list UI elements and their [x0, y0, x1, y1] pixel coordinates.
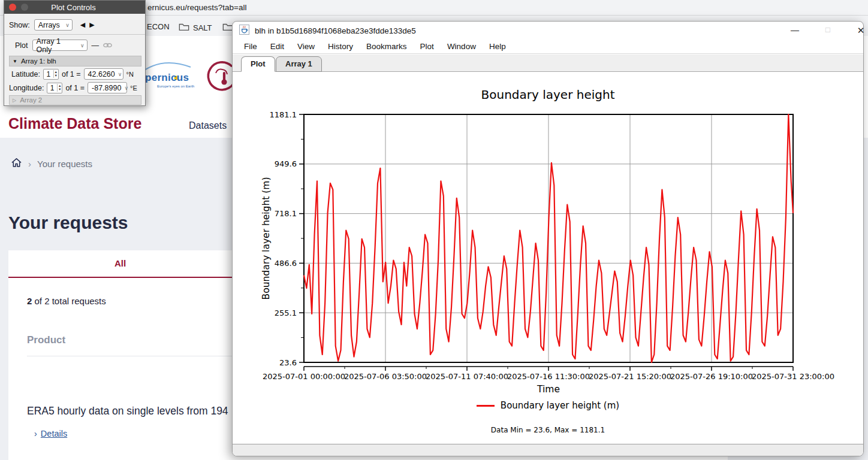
copernicus-tagline: Europe's eyes on Earth: [157, 84, 194, 88]
bookmark-econ-label: ECON: [147, 22, 170, 31]
nav-item-datasets[interactable]: Datasets: [189, 120, 227, 131]
dash-separator: —: [92, 41, 100, 50]
plot-panel: Boundary layer height Boundary layer hei…: [233, 72, 863, 445]
page-title: Your requests: [8, 213, 128, 233]
menu-view[interactable]: View: [291, 42, 321, 51]
plot-window: blh in b1b5d16894f1068eba23e3fdde133de5 …: [232, 21, 864, 456]
svg-text:2025-07-21 15:20:00: 2025-07-21 15:20:00: [589, 372, 671, 381]
menu-history[interactable]: History: [321, 42, 360, 51]
menu-window[interactable]: Window: [441, 42, 483, 51]
svg-text:2025-07-01 00:00:00: 2025-07-01 00:00:00: [263, 372, 345, 381]
plot-window-statusbar: [233, 444, 863, 456]
menu-help[interactable]: Help: [483, 42, 513, 51]
latitude-index: 1: [44, 70, 53, 78]
tab-plot[interactable]: Plot: [241, 56, 275, 72]
svg-text:486.6: 486.6: [275, 259, 297, 268]
tab-all[interactable]: All: [8, 258, 232, 268]
array1-section-header[interactable]: ▼ Array 1: blh: [9, 56, 141, 66]
copernicus-name: pernicus: [145, 72, 189, 84]
longitude-unit: °E: [130, 84, 137, 92]
stepper-arrows-icon[interactable]: ▲▼: [57, 84, 62, 92]
breadcrumb-separator: ›: [28, 159, 31, 169]
array2-section-header[interactable]: ▷ Array 2: [9, 95, 141, 105]
plot-window-tabstrip: Plot Array 1: [233, 55, 863, 72]
home-icon[interactable]: [11, 158, 22, 170]
svg-text:2025-07-06 03:50:00: 2025-07-06 03:50:00: [344, 372, 427, 381]
minimize-button[interactable]: —: [789, 25, 801, 35]
java-app-icon: [239, 25, 249, 37]
latitude-dropdown[interactable]: 42.6260 ∨: [84, 68, 123, 80]
prev-array-button[interactable]: ◀: [80, 21, 85, 29]
chevron-down-icon: ∨: [80, 43, 85, 49]
svg-text:2025-07-26 19:10:00: 2025-07-26 19:10:00: [670, 372, 753, 381]
chart-data-range-note: Data Min = 23.6, Max = 1181.1: [233, 426, 863, 434]
request-row-title[interactable]: ERA5 hourly data on single levels from 1…: [27, 405, 228, 417]
details-label: Details: [41, 429, 67, 438]
unlink-icon[interactable]: [103, 42, 112, 49]
latitude-of-text: of 1 =: [62, 70, 81, 78]
latitude-value: 42.6260: [88, 70, 115, 78]
plot-window-titlebar[interactable]: blh in b1b5d16894f1068eba23e3fdde133de5: [233, 22, 863, 40]
menu-plot[interactable]: Plot: [414, 42, 441, 51]
longitude-index: 1: [47, 84, 57, 92]
close-traffic-light[interactable]: [9, 4, 16, 11]
latitude-stepper[interactable]: 1 ▲▼: [43, 69, 59, 80]
menu-file[interactable]: File: [237, 42, 264, 51]
bookmark-econ[interactable]: ECON: [147, 22, 170, 31]
legend-label: Boundary layer height (m): [501, 400, 619, 411]
tab-array1[interactable]: Array 1: [276, 56, 322, 72]
longitude-of-text: of 1 =: [65, 84, 85, 92]
show-dropdown-value: Arrays: [38, 21, 62, 29]
legend-line-sample: [477, 405, 495, 407]
plot-mode-dropdown[interactable]: Array 1 Only ∨: [32, 40, 88, 51]
plot-controls-window: Plot Controls Show: Arrays ∨ ◀ ▶ Plot Ar…: [4, 0, 146, 106]
folder-icon: [179, 22, 189, 33]
details-link[interactable]: › Details: [34, 429, 67, 438]
chevron-down-icon: ∨: [124, 85, 128, 91]
show-dropdown[interactable]: Arrays ∨: [34, 19, 73, 31]
longitude-value: -87.8990: [92, 84, 121, 92]
svg-text:2025-07-16 11:30:00: 2025-07-16 11:30:00: [507, 372, 590, 381]
minimize-traffic-light[interactable]: [21, 4, 28, 11]
svg-text:1181.1: 1181.1: [270, 110, 297, 119]
boundary-layer-height-chart[interactable]: 23.6255.1486.6718.1949.61181.12025-07-01…: [233, 72, 863, 407]
menu-bookmarks[interactable]: Bookmarks: [360, 42, 414, 51]
plot-window-title: blh in b1b5d16894f1068eba23e3fdde133de5: [255, 26, 416, 35]
show-label: Show:: [9, 21, 30, 29]
close-button[interactable]: ✕: [855, 25, 867, 36]
latitude-label: Latitude:: [11, 70, 40, 78]
requests-count: 2 of 2 total requests: [27, 296, 106, 306]
svg-text:2025-07-11 07:40:00: 2025-07-11 07:40:00: [426, 372, 508, 381]
plot-label: Plot: [15, 41, 28, 50]
svg-text:949.6: 949.6: [275, 159, 297, 168]
breadcrumb: › Your requests: [11, 158, 92, 170]
stepper-arrows-icon[interactable]: ▲▼: [53, 70, 58, 78]
longitude-dropdown[interactable]: -87.8990 ∨: [88, 82, 127, 93]
triangle-right-icon: ▷: [13, 98, 16, 103]
address-bar-url[interactable]: ernicus.eu/requests?tab=all: [147, 3, 246, 12]
breadcrumb-item[interactable]: Your requests: [37, 159, 92, 169]
plot-controls-titlebar[interactable]: Plot Controls: [4, 1, 145, 14]
maximize-button[interactable]: □: [822, 25, 834, 34]
menu-edit[interactable]: Edit: [264, 42, 291, 51]
plot-window-menubar: File Edit View History Bookmarks Plot Wi…: [233, 40, 863, 54]
product-column-header: Product: [27, 334, 65, 346]
bookmark-salt-label: SALT: [193, 23, 212, 32]
svg-text:23.6: 23.6: [279, 358, 297, 367]
svg-text:255.1: 255.1: [275, 308, 297, 317]
longitude-label: Longitude:: [9, 84, 44, 92]
bookmark-salt[interactable]: SALT: [179, 22, 212, 33]
chevron-right-icon: ›: [34, 429, 37, 438]
triangle-down-icon: ▼: [13, 59, 17, 64]
array2-header-label: Array 2: [20, 96, 42, 104]
chart-legend: Boundary layer height (m): [233, 400, 863, 411]
svg-text:2025-07-31 23:00:00: 2025-07-31 23:00:00: [752, 372, 834, 381]
tab-row: All: [8, 250, 232, 278]
requests-count-text: of 2 total requests: [32, 296, 106, 306]
divider: [4, 34, 145, 35]
cds-brand-title[interactable]: Climate Data Store: [8, 115, 141, 132]
latitude-unit: °N: [126, 71, 134, 78]
next-array-button[interactable]: ▶: [89, 21, 94, 29]
plot-controls-title: Plot Controls: [28, 3, 119, 12]
longitude-stepper[interactable]: 1 ▲▼: [47, 83, 62, 93]
